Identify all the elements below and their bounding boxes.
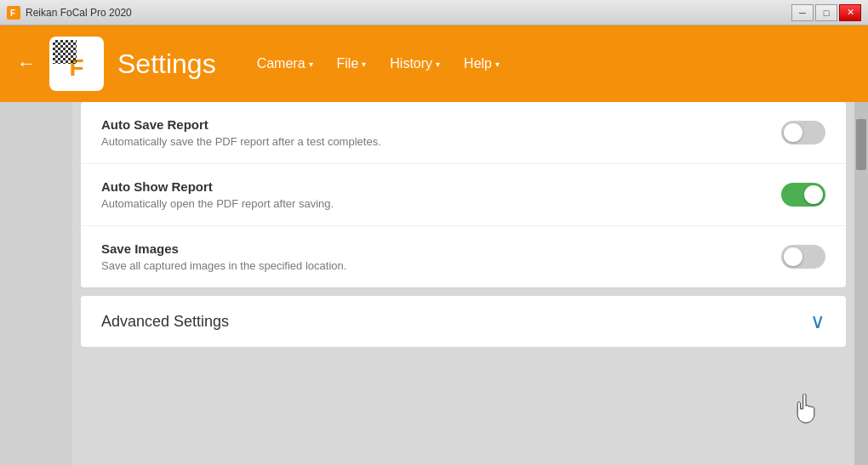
file-arrow-icon: ▾ <box>362 60 366 69</box>
content-area: Auto Save Report Automatically save the … <box>0 102 868 465</box>
app-header: ← F Settings Camera ▾ File ▾ History ▾ H… <box>0 26 868 102</box>
close-button[interactable]: ✕ <box>839 4 861 21</box>
save-images-toggle[interactable] <box>781 245 825 269</box>
auto-save-description: Automatically save the PDF report after … <box>101 135 381 148</box>
nav-item-help[interactable]: Help ▾ <box>454 51 510 77</box>
maximize-button[interactable]: □ <box>815 4 837 21</box>
toggle-knob <box>784 247 802 266</box>
qr-code-icon <box>53 40 77 64</box>
auto-save-info: Auto Save Report Automatically save the … <box>101 117 381 148</box>
auto-show-description: Automatically open the PDF report after … <box>101 197 334 210</box>
nav-camera-label: Camera <box>257 56 306 71</box>
svg-text:F: F <box>10 9 15 18</box>
advanced-settings-card[interactable]: Advanced Settings ∨ <box>81 296 846 347</box>
auto-save-title: Auto Save Report <box>101 117 381 132</box>
app-logo: F <box>49 37 104 91</box>
setting-row-save-images: Save Images Save all captured images in … <box>81 226 846 287</box>
auto-show-toggle[interactable] <box>781 183 825 207</box>
title-bar: F Reikan FoCal Pro 2020 ─ □ ✕ <box>0 0 868 26</box>
app-window: ← F Settings Camera ▾ File ▾ History ▾ H… <box>0 26 868 465</box>
minimize-button[interactable]: ─ <box>791 4 814 21</box>
nav-menu: Camera ▾ File ▾ History ▾ Help ▾ <box>247 51 510 77</box>
setting-row-auto-show: Auto Show Report Automatically open the … <box>81 164 846 226</box>
advanced-settings-title: Advanced Settings <box>101 313 229 331</box>
window-controls: ─ □ ✕ <box>791 4 861 21</box>
settings-card: Auto Save Report Automatically save the … <box>81 102 846 287</box>
nav-help-label: Help <box>464 56 492 71</box>
toggle-knob <box>804 185 823 204</box>
auto-show-title: Auto Show Report <box>101 179 334 194</box>
title-bar-left: F Reikan FoCal Pro 2020 <box>7 6 132 20</box>
help-arrow-icon: ▾ <box>495 60 500 69</box>
toggle-knob <box>784 123 802 142</box>
page-title: Settings <box>117 48 216 80</box>
chevron-down-icon: ∨ <box>810 309 825 333</box>
app-icon: F <box>7 6 20 20</box>
window-title: Reikan FoCal Pro 2020 <box>26 7 132 19</box>
main-content: Auto Save Report Automatically save the … <box>72 102 854 465</box>
nav-item-file[interactable]: File ▾ <box>327 51 377 77</box>
nav-item-history[interactable]: History ▾ <box>380 51 450 77</box>
nav-file-label: File <box>337 56 359 71</box>
nav-item-camera[interactable]: Camera ▾ <box>247 51 323 77</box>
scrollbar[interactable] <box>854 102 868 465</box>
history-arrow-icon: ▾ <box>436 60 440 69</box>
nav-history-label: History <box>390 56 432 71</box>
save-images-description: Save all captured images in the specifie… <box>101 259 346 272</box>
auto-save-toggle[interactable] <box>781 121 825 145</box>
scrollbar-thumb[interactable] <box>856 119 866 170</box>
save-images-title: Save Images <box>101 241 346 256</box>
auto-show-info: Auto Show Report Automatically open the … <box>101 179 334 210</box>
left-sidebar <box>0 102 72 465</box>
camera-arrow-icon: ▾ <box>309 60 313 69</box>
save-images-info: Save Images Save all captured images in … <box>101 241 346 272</box>
setting-row-auto-save: Auto Save Report Automatically save the … <box>81 102 846 164</box>
back-button[interactable]: ← <box>17 53 36 75</box>
